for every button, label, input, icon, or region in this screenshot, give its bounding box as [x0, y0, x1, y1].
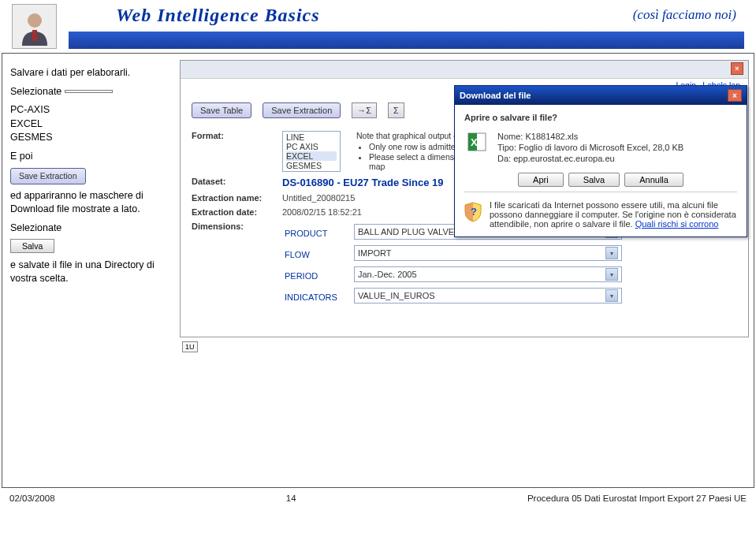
save-table-button[interactable]: Save Table [192, 102, 251, 118]
extdate-label: Extraction date: [192, 207, 257, 217]
file-type: Foglio di lavoro di Microsoft Excel, 28,… [519, 143, 683, 152]
sigma-arrow-button[interactable]: →Σ [352, 102, 377, 118]
dim-indicators-label: INDICATORS [284, 287, 352, 307]
svg-text:?: ? [471, 206, 477, 218]
instructions-column: Salvare i dati per elaborarli. Seleziona… [4, 61, 184, 291]
salva-button[interactable]: Salva [568, 173, 620, 187]
download-dialog: Download del file × Aprire o salvare il … [454, 85, 747, 237]
dim-period-label: PERIOD [284, 266, 352, 285]
instr-p1: Salvare i dati per elaborarli. [10, 66, 184, 80]
dim-product-label: PRODUCT [284, 223, 352, 243]
page-title: Web Intelligence Basics [116, 5, 320, 26]
apri-button[interactable]: Apri [518, 173, 564, 187]
extdate-value: 2008/02/15 18:52:21 [282, 207, 362, 217]
annulla-button[interactable]: Annulla [624, 173, 683, 187]
person-icon [16, 8, 54, 46]
instr-p2a: Selezionate [10, 86, 61, 97]
dialog-title: Download del file [460, 91, 531, 100]
dim-flow-select[interactable]: IMPORT▾ [354, 245, 622, 261]
header-bar [69, 32, 744, 49]
risks-link[interactable]: Quali rischi si corrono [635, 219, 719, 229]
dim-indicators-select[interactable]: VALUE_IN_EUROS▾ [354, 288, 622, 304]
ruler-mark: 1U [182, 341, 198, 352]
close-icon[interactable]: × [728, 89, 742, 102]
extname-label: Extraction name: [192, 193, 262, 203]
browser-bar: × [181, 61, 748, 79]
avatar [12, 4, 57, 49]
svg-text:X: X [471, 136, 478, 148]
shield-icon: ? [464, 200, 482, 229]
sigma-button[interactable]: Σ [388, 102, 404, 118]
format-select-inline[interactable] [65, 90, 113, 93]
content-box: Salvare i dati per elaborarli. Seleziona… [2, 53, 754, 488]
save-extraction-button-inline[interactable]: Save Extraction [10, 168, 86, 184]
page-subtitle: (così facciamo noi) [633, 7, 736, 23]
dims-label: Dimensions: [192, 222, 244, 231]
file-source: epp.eurostat.ec.europa.eu [513, 154, 614, 163]
instr-p2b: E poi [10, 150, 184, 164]
format-listbox[interactable]: LINE PC AXIS EXCEL GESMES [282, 131, 341, 172]
file-name: K1881482.xls [525, 132, 578, 141]
dataset-value: DS-016890 - EU27 Trade Since 19 [282, 177, 444, 188]
dim-flow-label: FLOW [284, 244, 352, 264]
svg-rect-1 [32, 30, 37, 41]
instr-p3: ed appariranno le maschere di Download f… [10, 189, 184, 217]
save-extraction-button[interactable]: Save Extraction [263, 102, 341, 118]
dim-period-select[interactable]: Jan.-Dec. 2005▾ [354, 266, 622, 282]
dialog-question: Aprire o salvare il file? [464, 113, 737, 122]
salva-button-inline[interactable]: Salva [10, 239, 54, 253]
extname-value: Untitled_20080215 [282, 193, 355, 203]
header: Web Intelligence Basics (così facciamo n… [0, 0, 756, 49]
format-label: Format: [192, 131, 224, 140]
instr-p5: e salvate il file in una Directory di vo… [10, 259, 184, 286]
excel-file-icon: X [464, 130, 490, 165]
exit-icon[interactable]: × [731, 62, 743, 75]
dataset-label: Dataset: [192, 177, 225, 186]
instr-p4: Selezionate [10, 222, 184, 236]
svg-point-0 [28, 13, 42, 28]
